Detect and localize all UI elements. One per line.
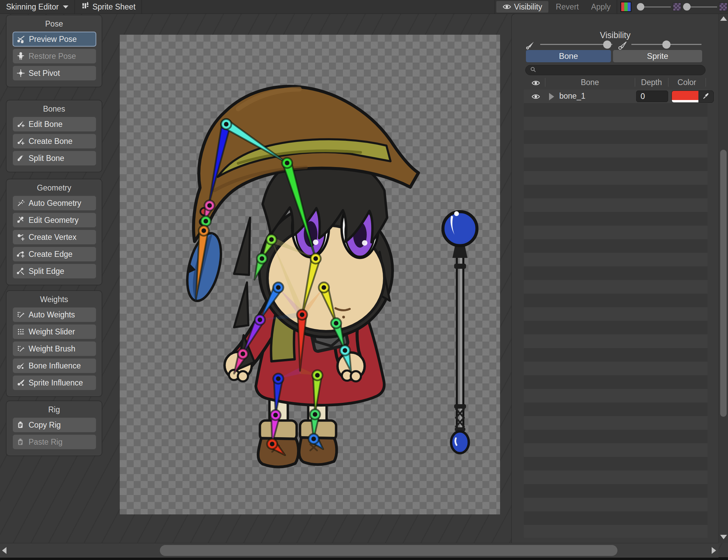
bone-visibility-eye-icon[interactable] (531, 92, 540, 101)
search-input[interactable] (539, 66, 697, 75)
button-label: Set Pivot (29, 69, 60, 78)
preview-pose-button[interactable]: Preview Pose (13, 32, 96, 47)
sprite-influence-button[interactable]: Sprite Influence (13, 375, 96, 390)
auto-weights-button[interactable]: Auto Weights (13, 307, 96, 322)
sprite-canvas[interactable] (120, 35, 500, 514)
set-pivot-button[interactable]: Set Pivot (13, 66, 96, 81)
bone-color-field[interactable] (672, 90, 714, 103)
scroll-left-icon[interactable] (2, 547, 6, 554)
sprite-sheet-label: Sprite Sheet (93, 2, 136, 12)
button-label: Paste Rig (29, 438, 63, 447)
copy-rig-button[interactable]: Copy Rig (13, 417, 96, 432)
button-label: Bone Influence (29, 361, 81, 370)
bone-search-field[interactable] (525, 65, 706, 75)
bone-column-header[interactable]: Bone (545, 78, 635, 87)
restore-pose-button[interactable]: Restore Pose (13, 49, 96, 64)
scroll-up-icon[interactable] (720, 16, 727, 21)
chevron-down-icon (63, 5, 68, 9)
group-title: Bones (6, 100, 102, 114)
sprite-opacity-slider[interactable] (637, 0, 671, 14)
set-pivot-icon (16, 69, 25, 78)
sprite-sheet-icon (81, 1, 90, 12)
tab-sprite-label: Sprite (647, 51, 668, 61)
mesh-opacity-slider[interactable] (683, 0, 717, 14)
edit-bone-button[interactable]: Edit Bone (13, 117, 96, 132)
visibility-toggle-button[interactable]: Visibility (496, 1, 548, 13)
bone-row[interactable]: bone_1 0 (524, 89, 708, 103)
apply-button[interactable]: Apply (585, 0, 617, 14)
toolbar-divider (495, 0, 495, 14)
horizontal-scrollbar[interactable] (0, 543, 718, 558)
tool-group-geometry: GeometryAuto GeometryEdit GeometryCreate… (6, 179, 102, 285)
revert-button[interactable]: Revert (550, 0, 585, 14)
search-icon (530, 66, 536, 74)
apply-label: Apply (591, 2, 611, 12)
staff-sprite (443, 211, 477, 453)
button-label: Copy Rig (29, 421, 61, 430)
button-label: Weight Slider (29, 327, 75, 336)
eyedropper-button[interactable] (698, 91, 713, 102)
button-label: Auto Weights (29, 310, 75, 319)
color-column-header[interactable]: Color (668, 78, 706, 87)
sprite-color-swatch-button[interactable] (617, 0, 635, 14)
button-label: Split Bone (29, 154, 64, 163)
tool-group-weights: WeightsAuto WeightsWeight SliderWeight B… (6, 291, 102, 397)
slider-knob[interactable] (637, 3, 644, 11)
group-title: Weights (6, 291, 102, 304)
split-edge-icon (16, 267, 25, 276)
restore-pose-icon (16, 52, 25, 61)
slider-knob[interactable] (683, 3, 691, 11)
auto-geometry-button[interactable]: Auto Geometry (13, 196, 96, 211)
scroll-right-icon[interactable] (712, 547, 716, 554)
skinning-editor-dropdown[interactable]: Skinning Editor (0, 0, 75, 14)
weight-brush-button[interactable]: Weight Brush (13, 341, 96, 356)
create-bone-button[interactable]: Create Bone (13, 134, 96, 149)
scroll-down-icon[interactable] (720, 535, 727, 539)
toolbar-divider (142, 0, 142, 14)
slider-track[interactable] (540, 44, 612, 45)
sprite-transparency-icon (673, 3, 681, 11)
bone-color-swatch[interactable] (672, 91, 698, 102)
horizontal-scrollbar-thumb[interactable] (160, 545, 617, 556)
split-bone-button[interactable]: Split Bone (13, 151, 96, 166)
split-bone-icon (16, 154, 25, 163)
slider-knob[interactable] (662, 40, 671, 49)
paste-rig-button[interactable]: Paste Rig (13, 434, 96, 449)
vertical-scrollbar[interactable] (718, 14, 728, 543)
bone-influence-button[interactable]: Bone Influence (13, 358, 96, 373)
weight-slider-button[interactable]: Weight Slider (13, 324, 96, 339)
weight-slider-icon (16, 327, 25, 336)
bone-influence-icon (16, 361, 25, 370)
eye-icon (502, 2, 511, 11)
rgb-swatch-icon (621, 2, 631, 12)
button-label: Sprite Influence (29, 378, 83, 388)
button-label: Split Edge (29, 267, 64, 276)
weight-brush-icon (16, 344, 25, 353)
visibility-column-eye-icon (531, 79, 540, 87)
button-label: Preview Pose (29, 35, 77, 44)
create-vertex-icon (16, 233, 25, 242)
auto-weights-icon (16, 310, 25, 319)
create-vertex-button[interactable]: Create Vertex (13, 230, 96, 245)
sprite-sheet-button[interactable]: Sprite Sheet (75, 0, 142, 14)
auto-geometry-icon (16, 199, 25, 208)
edit-geometry-button[interactable]: Edit Geometry (13, 213, 96, 228)
tab-sprite[interactable]: Sprite (613, 50, 702, 62)
split-edge-button[interactable]: Split Edge (13, 264, 96, 279)
tab-bone[interactable]: Bone (526, 50, 611, 62)
bone-name[interactable]: bone_1 (559, 92, 585, 101)
depth-input[interactable]: 0 (636, 90, 668, 102)
edit-geometry-icon (16, 216, 25, 225)
button-label: Weight Brush (29, 344, 76, 353)
expand-chevron-icon[interactable] (549, 93, 554, 100)
button-label: Restore Pose (29, 52, 76, 61)
depth-column-header[interactable]: Depth (635, 78, 668, 87)
vertical-scrollbar-thumb[interactable] (720, 150, 727, 417)
create-edge-button[interactable]: Create Edge (13, 247, 96, 262)
window-bottom-edge (0, 557, 728, 560)
button-label: Auto Geometry (29, 199, 81, 208)
slider-knob[interactable] (603, 40, 611, 49)
visibility-label: Visibility (514, 2, 542, 12)
top-toolbar: Skinning Editor Sprite Sheet Visibility … (0, 0, 728, 14)
tab-bone-label: Bone (559, 51, 578, 61)
